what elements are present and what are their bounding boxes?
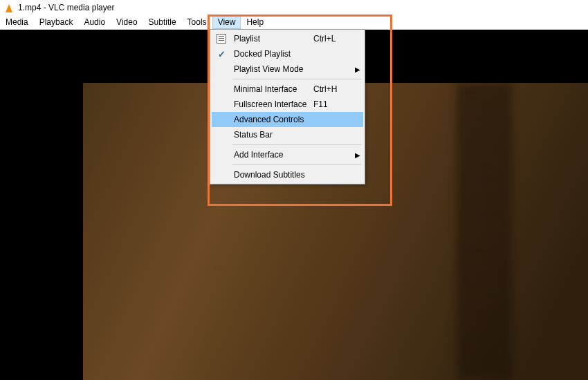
playlist-icon xyxy=(217,34,226,44)
menu-minimal-interface[interactable]: Minimal Interface Ctrl+H xyxy=(212,82,363,97)
menu-fullscreen-interface[interactable]: Fullscreen Interface F11 xyxy=(212,97,363,112)
view-dropdown: Playlist Ctrl+L ✓ Docked Playlist Playli… xyxy=(210,29,365,184)
menu-playlist-view-mode[interactable]: Playlist View Mode ▶ xyxy=(212,61,363,77)
menu-add-interface[interactable]: Add Interface ▶ xyxy=(212,147,363,162)
menu-status-bar[interactable]: Status Bar xyxy=(212,127,363,142)
menu-item-label: Download Subtitles xyxy=(231,170,313,180)
menu-view[interactable]: View xyxy=(212,15,241,29)
menu-item-label: Playlist xyxy=(231,34,313,44)
menubar: Media Playback Audio Video Subtitle Tool… xyxy=(0,15,588,30)
menu-playlist[interactable]: Playlist Ctrl+L xyxy=(212,31,363,46)
menu-subtitle[interactable]: Subtitle xyxy=(143,15,182,29)
menu-item-shortcut: Ctrl+L xyxy=(313,34,352,44)
submenu-arrow-icon: ▶ xyxy=(352,66,363,73)
menu-item-label: Fullscreen Interface xyxy=(231,99,313,109)
vlc-cone-icon xyxy=(4,3,14,12)
menu-docked-playlist[interactable]: ✓ Docked Playlist xyxy=(212,46,363,61)
menu-item-label: Status Bar xyxy=(231,130,313,140)
menu-item-shortcut: Ctrl+H xyxy=(313,84,352,94)
menu-video[interactable]: Video xyxy=(111,15,143,29)
menu-media[interactable]: Media xyxy=(0,15,34,29)
menu-separator xyxy=(232,144,362,145)
menu-separator xyxy=(232,164,362,165)
menu-item-label: Playlist View Mode xyxy=(231,64,313,74)
check-icon: ✓ xyxy=(218,49,226,59)
menu-item-shortcut: F11 xyxy=(313,99,352,109)
menu-separator xyxy=(232,79,362,79)
menu-tools[interactable]: Tools xyxy=(182,15,212,29)
menu-item-label: Docked Playlist xyxy=(231,49,313,59)
window-title: 1.mp4 - VLC media player xyxy=(18,3,114,12)
titlebar: 1.mp4 - VLC media player xyxy=(0,0,588,15)
menu-item-label: Advanced Controls xyxy=(231,115,313,124)
menu-playback[interactable]: Playback xyxy=(34,15,79,29)
menu-audio[interactable]: Audio xyxy=(78,15,111,29)
menu-advanced-controls[interactable]: Advanced Controls xyxy=(212,112,363,127)
menu-item-label: Add Interface xyxy=(231,150,313,160)
submenu-arrow-icon: ▶ xyxy=(352,151,363,159)
menu-item-label: Minimal Interface xyxy=(231,84,313,94)
menu-help[interactable]: Help xyxy=(241,15,269,29)
menu-download-subtitles[interactable]: Download Subtitles xyxy=(212,167,363,182)
